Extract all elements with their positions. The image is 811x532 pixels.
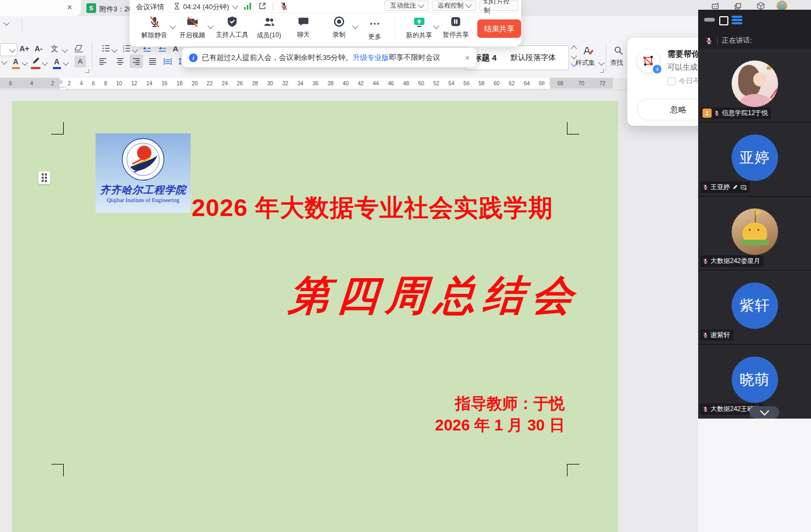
align-center-icon[interactable] — [116, 57, 125, 66]
wps-s-icon: S — [86, 3, 96, 13]
annotate-button[interactable]: 互动批注 — [384, 1, 429, 11]
document-footer-lines: 指导教师：于悦 2026 年 1 月 30 日 — [336, 393, 565, 436]
mic-muted-icon — [702, 406, 708, 413]
group-expander-icon[interactable] — [85, 69, 89, 73]
meeting-video-sidebar: 正在讲话: 信息学院12于悦 亚婷 王亚婷 — [698, 10, 811, 419]
char-shading-button[interactable]: A — [75, 56, 86, 68]
members-button[interactable]: 成员(10) — [249, 16, 288, 43]
phonetic-guide-button[interactable]: 文 — [51, 44, 58, 54]
ruler-right-margin: 687072 — [550, 78, 613, 89]
ruler[interactable]: 642 246810121416182022242628303234363840… — [0, 78, 613, 89]
font-color-button[interactable]: A — [54, 57, 59, 66]
gallery-up-icon[interactable] — [571, 45, 577, 51]
more-button[interactable]: 更多 — [355, 16, 394, 43]
object-drag-handle[interactable] — [38, 171, 50, 184]
sidebar-expand-icon[interactable] — [719, 16, 728, 25]
document-page[interactable]: 齐齐哈尔工程学院 Qiqihar Institute of Engineerin… — [12, 101, 618, 532]
numbered-list-icon[interactable] — [122, 44, 131, 53]
participant-tile[interactable]: 大数据242娄星月 — [698, 197, 811, 270]
document-subtitle: 第四周总结会 — [287, 268, 582, 324]
meeting-timer[interactable]: 04:24 (40分钟) — [183, 2, 229, 12]
ai-assistant-icon[interactable] — [711, 2, 720, 10]
remote-control-button[interactable]: 远程控制 — [432, 1, 476, 11]
screen: × S 附件3：20 A+ A- 文 A A A A — [0, 0, 811, 532]
speaking-mic-muted-icon — [705, 36, 713, 45]
meeting-info-row: 会议详情 04:24 (40分钟) 互动批注 远程控制 幻灯片控制 — [130, 0, 521, 13]
align-right-button[interactable] — [130, 55, 143, 68]
below-sidebar-area — [698, 419, 811, 532]
ai-logo-icon — [637, 50, 660, 72]
clear-format-icon[interactable] — [73, 43, 84, 54]
style-default-font[interactable]: 默认段落字体 — [511, 53, 556, 63]
margin-mark-tl — [51, 122, 64, 134]
slide-control-button[interactable]: 幻灯片控制 — [479, 1, 518, 11]
style-set-icon[interactable] — [582, 45, 594, 57]
mic-muted-icon — [714, 110, 720, 117]
participant-tiles: 信息学院12于悦 亚婷 王亚婷 — [698, 49, 811, 418]
margin-mark-bl — [51, 464, 64, 476]
notification-close-icon[interactable]: × — [465, 53, 470, 62]
highlight-pen-icon[interactable] — [31, 56, 40, 65]
meeting-control-panel: 会议详情 04:24 (40分钟) 互动批注 远程控制 幻灯片控制 解除静音 — [130, 0, 521, 46]
participant-tile[interactable]: 紫轩 谢紫轩 — [698, 271, 811, 344]
mic-muted-icon — [702, 258, 708, 265]
open-external-icon[interactable] — [258, 2, 267, 10]
decrease-font-button[interactable]: A- — [35, 44, 43, 53]
font-size-select[interactable] — [0, 43, 17, 56]
sidebar-layout-icon[interactable] — [732, 16, 742, 24]
avatar-initials: 亚婷 — [732, 134, 778, 181]
styles-expander-icon[interactable] — [600, 69, 604, 73]
meeting-notification: i 已有超过2人提前入会，会议剩余时长35分钟。升级专业版即享不限时会议 × — [182, 48, 477, 68]
checkbox-icon[interactable] — [667, 77, 675, 85]
logo-english-name: Qiqihar Institute of Engineering — [107, 197, 179, 203]
participant-tile[interactable]: 信息学院12于悦 — [698, 49, 811, 122]
window-copy-icon[interactable] — [734, 2, 742, 10]
record-button[interactable]: 录制 — [320, 16, 359, 43]
sidebar-collapse-icon[interactable] — [704, 18, 715, 22]
school-emblem-icon — [120, 137, 166, 182]
end-share-button[interactable]: 结束共享 — [477, 19, 521, 38]
participant-tile[interactable]: 亚婷 王亚婷 — [698, 123, 811, 196]
text-effect-button[interactable]: A — [13, 57, 18, 66]
document-tab-label[interactable]: 附件3：20 — [99, 4, 132, 14]
meeting-details-link[interactable]: 会议详情 — [136, 2, 164, 12]
document-title: 2026 年大数据专业社会实践学期 — [192, 192, 553, 224]
whiteboard-icon — [740, 184, 747, 191]
style-heading4[interactable]: 标题 4 — [474, 53, 497, 63]
host-tools-button[interactable]: 主持人工具 — [213, 16, 252, 43]
school-logo[interactable]: 齐齐哈尔工程学院 Qiqihar Institute of Engineerin… — [96, 133, 191, 213]
new-share-button[interactable]: 新的共享 — [400, 16, 438, 43]
find-label[interactable]: 查找 — [610, 58, 623, 68]
margin-mark-br — [567, 464, 579, 476]
participant-nametag: 信息学院12于悦 — [700, 107, 771, 119]
speaker-mic-muted-icon — [280, 2, 288, 10]
avatar-initials: 晓萌 — [732, 356, 778, 403]
increase-font-button[interactable]: A+ — [19, 44, 29, 53]
justify-icon[interactable] — [148, 57, 157, 66]
collapse-videos-button[interactable] — [749, 406, 779, 419]
teacher-line: 指导教师：于悦 — [336, 393, 565, 414]
bullet-list-icon[interactable] — [102, 44, 111, 53]
style-gallery[interactable]: 标题 4 默认段落字体 — [465, 45, 569, 70]
box-icon[interactable] — [756, 2, 765, 10]
annotating-pen-icon — [732, 184, 738, 190]
style-set-label[interactable]: 样式集 — [576, 58, 595, 68]
notification-text: 已有超过2人提前入会，会议剩余时长35分钟。升级专业版即享不限时会议 — [202, 53, 440, 63]
timer-chevron-icon[interactable] — [232, 3, 238, 9]
unmute-button[interactable]: 解除静音 — [135, 16, 174, 43]
avatar-photo — [732, 60, 778, 107]
avatar-initials: 紫轩 — [732, 282, 778, 329]
chat-button[interactable]: 聊天 — [284, 16, 323, 43]
tab-close-icon[interactable]: × — [65, 3, 75, 12]
upgrade-pro-link[interactable]: 升级专业版 — [353, 53, 389, 62]
document-canvas: 齐齐哈尔工程学院 Qiqihar Institute of Engineerin… — [0, 90, 698, 532]
ruler-left-margin: 642 — [0, 78, 63, 89]
align-left-icon[interactable] — [98, 57, 107, 66]
distribute-icon[interactable] — [163, 57, 172, 66]
ai-mic-badge-icon — [653, 65, 661, 73]
find-icon[interactable] — [613, 45, 624, 56]
participant-nametag: 谢紫轩 — [700, 329, 733, 341]
pause-share-button[interactable]: 暂停共享 — [436, 16, 475, 43]
start-video-button[interactable]: 开启视频 — [173, 16, 212, 43]
network-signal-icon — [244, 3, 251, 10]
